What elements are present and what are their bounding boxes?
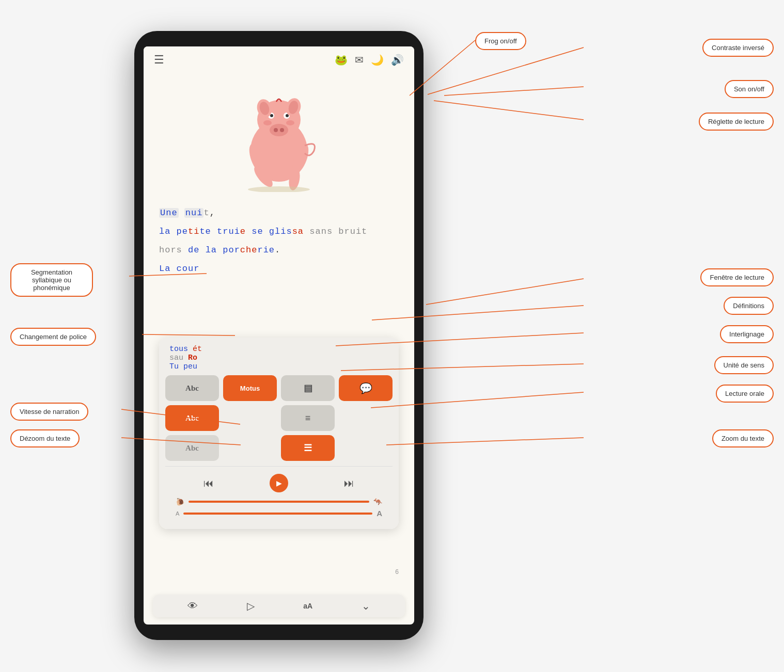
svg-line-22 [444, 87, 584, 95]
svg-line-23 [434, 101, 584, 120]
svg-point-17 [248, 186, 310, 192]
annotation-segmentation: Segmentation syllabique ou phonémique [10, 263, 93, 297]
zoom-slider[interactable] [183, 513, 372, 515]
annotation-reglette-lecture: Réglette de lecture [699, 113, 774, 131]
play-outline-button[interactable]: ▷ [247, 600, 255, 612]
small-a-label: A [176, 510, 179, 517]
svg-line-21 [428, 47, 584, 94]
annotation-fenetre-lecture: Fenêtre de lecture [700, 268, 774, 286]
large-a-label: A [377, 509, 382, 518]
topbar-icons: 🐸 ✉ 🌙 🔊 [335, 54, 404, 66]
font-abc-button-2[interactable]: Abc [165, 405, 219, 431]
annotation-dezoom-texte: Dézoom du texte [10, 429, 80, 447]
grid-icon-button[interactable]: ▤ [281, 375, 335, 401]
story-text: Une nuit, la petite truie se glissa sans… [144, 204, 414, 278]
speed-slider[interactable] [189, 501, 369, 503]
kangaroo-icon: 🦘 [373, 498, 382, 506]
eye-button[interactable]: 👁 [187, 600, 198, 612]
popup-toolbar: tous ét sau Ro Tu peu Abc Motus ▤ 💬 Abc … [159, 338, 399, 529]
annotation-frog-onoff: Frog on/off [475, 32, 526, 50]
playback-controls: ⏮ ▶ ⏭ [165, 471, 393, 495]
annotation-changement-police: Changement de police [10, 328, 96, 346]
page-number: 6 [395, 568, 399, 575]
grid-icon: ▤ [304, 382, 312, 394]
svg-point-6 [270, 114, 273, 117]
annotation-vitesse-narration: Vitesse de narration [10, 403, 88, 421]
story-line-2: la petite truie se glissa sans bruit [159, 223, 399, 241]
annotation-interlignage: Interlignage [720, 325, 774, 343]
pig-illustration [232, 78, 325, 192]
story-line-4: La cour [159, 260, 399, 278]
skip-back-button[interactable]: ⏮ [203, 477, 214, 489]
slider-area: 🐌 🦘 A A [165, 495, 393, 524]
text-size-button[interactable]: aA [303, 602, 312, 610]
topbar: ☰ 🐸 ✉ 🌙 🔊 [144, 46, 414, 70]
story-line-1: Une nuit, [159, 204, 399, 222]
toolbar-grid: Abc Motus ▤ 💬 Abc ≡ Abc ☰ [165, 375, 393, 461]
annotation-definitions: Définitions [724, 297, 774, 315]
zoom-slider-row: A A [176, 509, 382, 518]
speaker-icon[interactable]: 🔊 [391, 54, 404, 66]
annotation-zoom-texte: Zoom du texte [712, 429, 774, 447]
chat-icon: 💬 [359, 382, 372, 394]
envelope-icon[interactable]: ✉ [355, 54, 364, 66]
annotation-son-onoff: Son on/off [725, 80, 774, 98]
snail-icon: 🐌 [176, 498, 184, 506]
pig-illustration-area [144, 70, 414, 204]
annotation-lecture-orale: Lecture orale [716, 385, 774, 403]
popup-story-text: tous ét sau Ro Tu peu [165, 345, 393, 375]
font-abc-button-1[interactable]: Abc [165, 375, 219, 401]
hamburger-menu[interactable]: ☰ [154, 54, 164, 66]
playback-section: ⏮ ▶ ⏭ 🐌 🦘 A A [165, 466, 393, 524]
lines-icon: ≡ [305, 413, 311, 424]
svg-point-3 [274, 128, 278, 132]
story-line-3: hors de la porcherie. [159, 242, 399, 259]
chevron-down-button[interactable]: ⌄ [362, 600, 370, 612]
tablet: ☰ 🐸 ✉ 🌙 🔊 [134, 31, 424, 640]
svg-point-4 [280, 128, 284, 132]
list-icon: ☰ [304, 442, 312, 454]
svg-point-2 [270, 124, 288, 136]
chat-button[interactable]: 💬 [339, 375, 393, 401]
svg-line-25 [426, 279, 584, 305]
lines-icon-button[interactable]: ≡ [281, 405, 335, 431]
moon-icon[interactable]: 🌙 [371, 54, 384, 66]
tablet-screen: ☰ 🐸 ✉ 🌙 🔊 [144, 46, 414, 625]
font-abc-button-3[interactable]: Abc [165, 435, 219, 461]
svg-point-19 [286, 120, 294, 125]
list-icon-button[interactable]: ☰ [281, 435, 335, 461]
svg-point-18 [263, 120, 272, 125]
skip-forward-button[interactable]: ⏭ [344, 477, 354, 489]
speed-slider-row: 🐌 🦘 [176, 498, 382, 506]
frog-button[interactable]: 🐸 [335, 54, 348, 66]
annotation-contraste-inverse: Contraste inversé [702, 39, 774, 57]
motus-button[interactable]: Motus [223, 375, 277, 401]
play-button[interactable]: ▶ [270, 474, 288, 492]
bottom-toolbar: 👁 ▷ aA ⌄ [153, 595, 405, 617]
annotation-unite-sens: Unité de sens [714, 356, 774, 374]
